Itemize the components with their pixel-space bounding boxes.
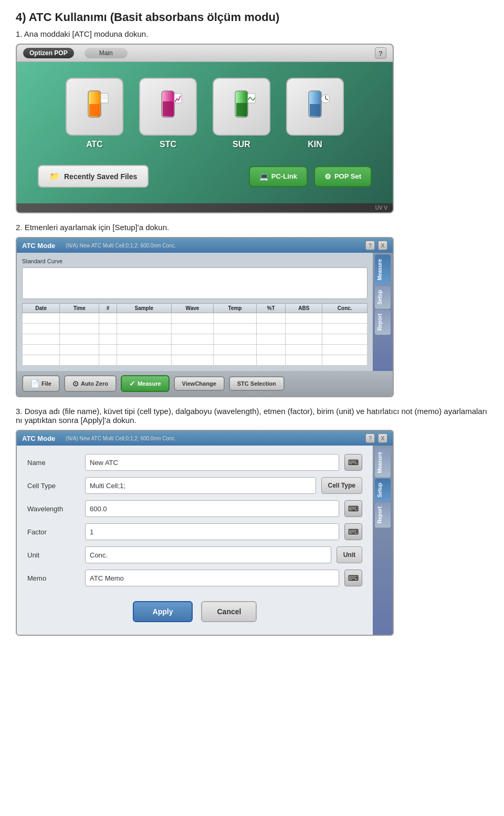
pop-set-button[interactable]: POP Set	[314, 166, 372, 187]
kin-label: KIN	[308, 140, 322, 149]
measure-icon	[129, 379, 135, 388]
unit-button[interactable]: Unit	[337, 546, 362, 563]
sur-label: SUR	[233, 140, 250, 149]
keyboard-icon: ⌨	[348, 458, 359, 467]
stc-label: STC	[160, 140, 176, 149]
memo-label: Memo	[27, 574, 80, 582]
col-sample: Sample	[117, 304, 171, 313]
col-wave: Wave	[171, 304, 214, 313]
col-abs: ABS	[286, 304, 322, 313]
screen3-report-tab[interactable]: Report	[375, 502, 391, 528]
mode-icons-row: ATC	[66, 78, 344, 149]
factor-keyboard-button[interactable]: ⌨	[344, 523, 362, 540]
unit-input[interactable]	[85, 546, 331, 563]
unit-row: Unit Unit	[27, 546, 362, 563]
screen2-bottom-bar: File Auto Zero Measure ViewChange STC Se…	[17, 371, 393, 396]
screen1-titlebar: Optizen POP Main ?	[17, 45, 393, 62]
screen3-setup-tab[interactable]: Setup	[375, 479, 391, 502]
sidebar-measure-tab[interactable]: Measure	[375, 255, 391, 285]
unit-label: Unit	[27, 551, 80, 559]
file-icon	[30, 379, 39, 388]
screen1-body: ATC	[17, 62, 393, 203]
screen3-titlebar: ATC Mode (N/A) New ATC Multi Cell;0;1;2;…	[17, 431, 393, 446]
screen3-window-buttons: ? X	[365, 433, 387, 443]
memo-input[interactable]	[85, 570, 339, 586]
screen3-title: ATC Mode	[22, 435, 55, 442]
screen2-window: ATC Mode (N/A) New ATC Multi Cell;0;1;2;…	[16, 237, 394, 397]
screen1-right-buttons: PC-Link POP Set	[249, 166, 372, 187]
svg-rect-10	[236, 103, 247, 116]
table-row	[23, 313, 368, 324]
celltype-input[interactable]	[85, 477, 316, 494]
view-change-button[interactable]: ViewChange	[174, 376, 225, 391]
page-title: 4) ATC Kullanımı (Basit absorbans ölçüm …	[16, 11, 488, 24]
file-button[interactable]: File	[22, 375, 60, 392]
folder-icon	[49, 171, 60, 181]
mode-sur[interactable]: SUR	[213, 78, 270, 149]
wavelength-keyboard-button[interactable]: ⌨	[344, 500, 362, 517]
screen1-bottom-row: Recently Saved Files PC-Link POP Set	[38, 165, 372, 188]
screen2-title: ATC Mode	[22, 242, 55, 250]
screen2-close-btn[interactable]: X	[378, 241, 387, 250]
pc-link-button[interactable]: PC-Link	[249, 166, 308, 187]
wavelength-input[interactable]	[85, 500, 339, 517]
mode-kin[interactable]: KIN	[286, 78, 344, 149]
cancel-button[interactable]: Cancel	[201, 601, 257, 622]
step2-label: 2. Etmenleri ayarlamak için [Setup]'a do…	[16, 223, 488, 232]
mode-atc[interactable]: ATC	[66, 78, 123, 149]
wavelength-row: Wavelength ⌨	[27, 500, 362, 517]
celltype-label: Cell Type	[27, 482, 80, 490]
name-label: Name	[27, 459, 80, 467]
factor-input[interactable]	[85, 523, 339, 540]
footer-version: UV V	[375, 205, 387, 211]
std-curve-label: Standard Curve	[22, 258, 368, 264]
svg-rect-2	[101, 94, 108, 103]
keyboard-icon4: ⌨	[348, 574, 359, 582]
auto-zero-button[interactable]: Auto Zero	[64, 375, 117, 392]
table-row	[23, 334, 368, 345]
svg-rect-1	[89, 104, 100, 116]
atc-icon-box[interactable]	[66, 78, 123, 136]
measure-button[interactable]: Measure	[121, 375, 170, 392]
memo-row: Memo ⌨	[27, 570, 362, 586]
std-curve-box	[22, 267, 368, 299]
screen2-titlebar: ATC Mode (N/A) New ATC Multi Cell;0;1;2;…	[17, 238, 393, 253]
brand-label: Optizen POP	[23, 48, 74, 58]
screen2-window-buttons: ? X	[365, 241, 387, 250]
keyboard-icon2: ⌨	[348, 504, 359, 513]
svg-rect-13	[310, 104, 320, 116]
sidebar-report-tab[interactable]: Report	[375, 309, 391, 335]
screen3-close-btn[interactable]: X	[378, 433, 387, 443]
screen3-window: ATC Mode (N/A) New ATC Multi Cell;0;1;2;…	[16, 430, 394, 636]
pop-set-label: POP Set	[334, 172, 361, 180]
apply-button[interactable]: Apply	[133, 601, 193, 622]
stc-selection-button[interactable]: STC Selection	[229, 376, 285, 391]
screen3-measure-tab[interactable]: Measure	[375, 448, 391, 478]
col-temp: Temp	[214, 304, 256, 313]
col-num: #	[99, 304, 117, 313]
col-time: Time	[60, 304, 99, 313]
name-input[interactable]	[85, 454, 339, 471]
help-button[interactable]: ?	[375, 47, 386, 59]
screen2-body: Standard Curve Date Time # Sample Wave T…	[17, 253, 393, 371]
screen3-subtitle: (N/A) New ATC Multi Cell;0;1;2; 600.0nm …	[66, 436, 176, 441]
screen3-help-btn[interactable]: ?	[365, 433, 375, 443]
screen2-help-btn[interactable]: ?	[365, 241, 375, 250]
memo-keyboard-button[interactable]: ⌨	[344, 570, 362, 586]
main-tab[interactable]: Main	[85, 48, 128, 58]
keyboard-icon3: ⌨	[348, 528, 359, 536]
screen2-main: Standard Curve Date Time # Sample Wave T…	[17, 253, 373, 371]
step1-label: 1. Ana moddaki [ATC] moduna dokun.	[16, 29, 488, 38]
step3-label: 3. Dosya adı (file name), küvet tipi (ce…	[16, 407, 488, 425]
table-row	[23, 324, 368, 334]
sur-icon-box[interactable]	[213, 78, 270, 136]
kin-icon-box[interactable]	[286, 78, 344, 136]
mode-stc[interactable]: STC	[139, 78, 197, 149]
name-row: Name ⌨	[27, 454, 362, 471]
celltype-button[interactable]: Cell Type	[321, 477, 362, 494]
screen2-sidebar: Measure Setup Report	[373, 253, 393, 371]
recently-saved-button[interactable]: Recently Saved Files	[38, 165, 149, 188]
sidebar-setup-tab[interactable]: Setup	[375, 286, 391, 309]
stc-icon-box[interactable]	[139, 78, 197, 136]
name-keyboard-button[interactable]: ⌨	[344, 454, 362, 471]
